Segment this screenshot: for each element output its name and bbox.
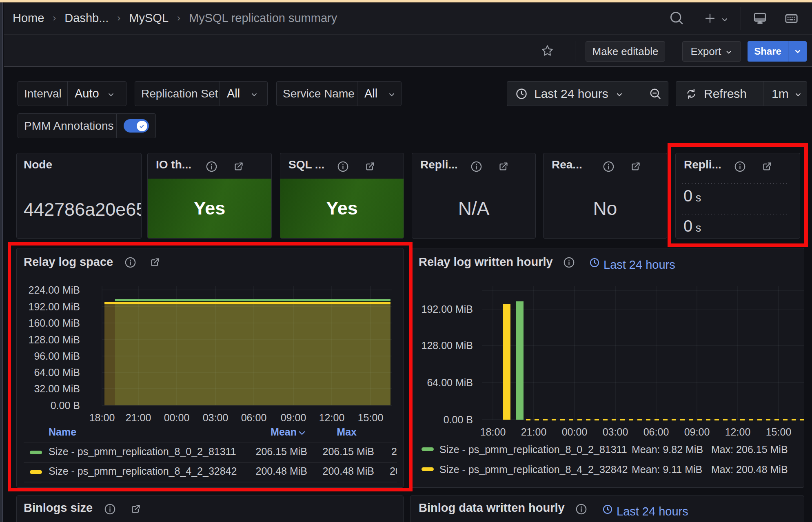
- svg-text:06:00: 06:00: [643, 426, 669, 438]
- svg-text:03:00: 03:00: [603, 426, 628, 438]
- svg-text:09:00: 09:00: [684, 426, 710, 438]
- svg-text:0.00 B: 0.00 B: [444, 414, 473, 425]
- svg-text:64.00 MiB: 64.00 MiB: [427, 377, 473, 388]
- svg-text:Mean: 9.82 MiB: Mean: 9.82 MiB: [632, 444, 703, 455]
- svg-text:00:00: 00:00: [562, 426, 588, 438]
- svg-text:192.00 MiB: 192.00 MiB: [422, 303, 473, 315]
- svg-text:Max: 206.15 MiB: Max: 206.15 MiB: [711, 444, 788, 455]
- svg-text:Size - ps_pmm_replication_8_0_: Size - ps_pmm_replication_8_0_2_81311: [439, 444, 627, 455]
- svg-text:Max: 200.48 MiB: Max: 200.48 MiB: [711, 464, 788, 475]
- svg-text:12:00: 12:00: [725, 426, 751, 438]
- svg-text:18:00: 18:00: [480, 426, 506, 438]
- svg-text:15:00: 15:00: [766, 426, 792, 438]
- svg-text:21:00: 21:00: [521, 426, 547, 438]
- svg-text:Mean: 9.11 MiB: Mean: 9.11 MiB: [632, 464, 702, 475]
- svg-text:128.00 MiB: 128.00 MiB: [422, 340, 473, 351]
- svg-text:Size - ps_pmm_replication_8_4_: Size - ps_pmm_replication_8_4_2_32842: [439, 464, 628, 475]
